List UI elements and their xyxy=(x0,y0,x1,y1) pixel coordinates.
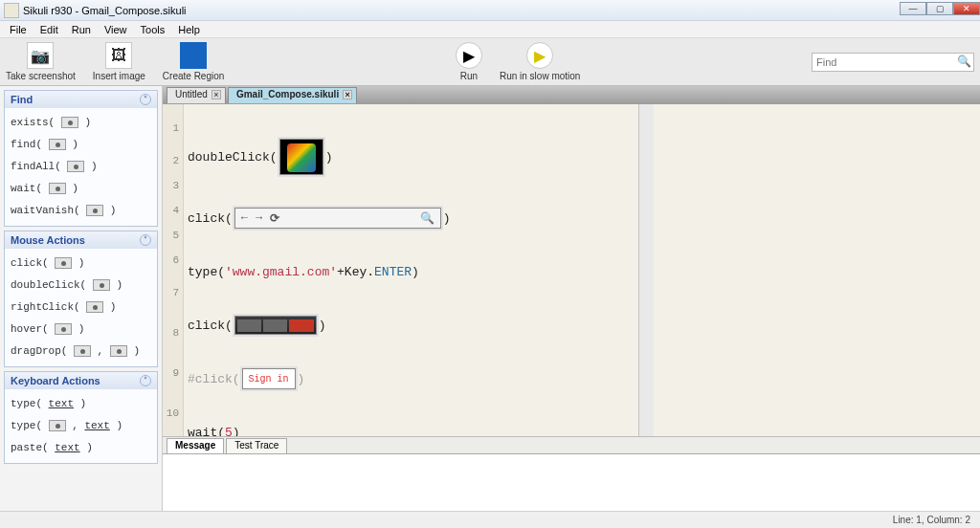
image-icon: 🖼 xyxy=(105,42,132,69)
fn-wait[interactable]: wait( ) xyxy=(11,178,151,200)
insert-image-button[interactable]: 🖼 Insert image xyxy=(93,42,145,81)
create-region-label: Create Region xyxy=(163,71,224,81)
camera-icon xyxy=(49,139,66,150)
menu-view[interactable]: View xyxy=(99,23,133,36)
fn-doubleclick[interactable]: doubleClick( ) xyxy=(11,275,151,297)
collapse-icon[interactable]: ˄ xyxy=(140,375,151,386)
panel-find: Find˄ exists( ) find( ) findAll( ) wait(… xyxy=(4,90,158,227)
code-editor[interactable]: 1 2 3 4 5 6 7 8 9 10 11 doubleClick() cl… xyxy=(163,103,980,436)
vertical-scrollbar[interactable] xyxy=(638,104,654,436)
menu-help[interactable]: Help xyxy=(172,23,206,36)
camera-icon: 📷 xyxy=(27,42,54,69)
take-screenshot-button[interactable]: 📷 Take screenshot xyxy=(6,42,76,81)
pattern-thumb[interactable] xyxy=(234,316,317,335)
panel-mouse-title: Mouse Actions xyxy=(11,234,85,246)
menu-edit[interactable]: Edit xyxy=(34,23,64,36)
play-icon: ▶ xyxy=(456,42,482,69)
panel-mouse: Mouse Actions˄ click( ) doubleClick( ) r… xyxy=(4,231,158,367)
statusbar: Line: 1, Column: 2 xyxy=(0,511,980,528)
run-button[interactable]: ▶ Run xyxy=(456,42,482,81)
collapse-icon[interactable]: ˄ xyxy=(140,94,151,105)
search-input[interactable] xyxy=(812,53,974,72)
fn-findall[interactable]: findAll( ) xyxy=(11,156,151,178)
close-icon[interactable]: × xyxy=(343,90,352,99)
fn-waitvanish[interactable]: waitVanish( ) xyxy=(11,200,151,222)
fn-type-img[interactable]: type( , text ) xyxy=(11,415,151,437)
sidebar: Find˄ exists( ) find( ) findAll( ) wait(… xyxy=(0,86,163,511)
run-slow-button[interactable]: ▶ Run in slow motion xyxy=(500,42,580,81)
tab-message[interactable]: Message xyxy=(167,438,224,453)
toolbar: 📷 Take screenshot 🖼 Insert image Create … xyxy=(0,38,980,86)
fn-find[interactable]: find( ) xyxy=(11,134,151,156)
pattern-thumb[interactable] xyxy=(279,139,323,175)
collapse-icon[interactable]: ˄ xyxy=(140,234,151,246)
tab-gmail-compose[interactable]: Gmail_Compose.sikuli× xyxy=(228,87,357,103)
menu-tools[interactable]: Tools xyxy=(135,23,171,36)
message-tabstrip: Message Test Trace xyxy=(163,436,980,453)
tab-test-trace[interactable]: Test Trace xyxy=(226,438,287,453)
pattern-thumb[interactable]: Sign in xyxy=(242,368,296,389)
window-titlebar: Sikuli r930 - Gmail_Compose.sikuli — ▢ ✕ xyxy=(0,0,980,21)
fn-click[interactable]: click( ) xyxy=(11,253,151,275)
camera-icon xyxy=(49,183,66,194)
minimize-button[interactable]: — xyxy=(900,2,926,15)
fn-type[interactable]: type( text ) xyxy=(11,393,151,415)
maximize-button[interactable]: ▢ xyxy=(926,2,953,15)
close-icon[interactable]: × xyxy=(212,90,221,99)
camera-icon xyxy=(61,117,78,128)
fn-paste[interactable]: paste( text ) xyxy=(11,437,151,459)
app-icon xyxy=(4,3,19,18)
menu-run[interactable]: Run xyxy=(66,23,97,36)
menu-file[interactable]: File xyxy=(4,23,33,36)
cursor-position: Line: 1, Column: 2 xyxy=(893,515,970,525)
tabstrip: Untitled× Gmail_Compose.sikuli× xyxy=(163,86,980,103)
insert-image-label: Insert image xyxy=(93,71,145,81)
run-label: Run xyxy=(460,71,478,81)
play-slow-icon: ▶ xyxy=(526,42,553,69)
menubar: File Edit Run View Tools Help xyxy=(0,21,980,38)
search-icon[interactable]: 🔍 xyxy=(957,55,971,68)
take-screenshot-label: Take screenshot xyxy=(6,71,76,81)
region-icon xyxy=(180,42,207,69)
fn-rightclick[interactable]: rightClick( ) xyxy=(11,297,151,319)
message-panel xyxy=(163,453,980,511)
close-button[interactable]: ✕ xyxy=(953,2,980,15)
fn-hover[interactable]: hover( ) xyxy=(11,319,151,341)
camera-icon xyxy=(67,161,84,172)
create-region-button[interactable]: Create Region xyxy=(163,42,224,81)
line-gutter: 1 2 3 4 5 6 7 8 9 10 11 xyxy=(163,104,184,436)
run-slow-label: Run in slow motion xyxy=(500,71,580,81)
camera-icon xyxy=(86,205,103,216)
window-title: Sikuli r930 - Gmail_Compose.sikuli xyxy=(23,5,187,16)
pattern-thumb[interactable]: ←→⟳🔍 xyxy=(234,208,441,229)
fn-dragdrop[interactable]: dragDrop( , ) xyxy=(11,341,151,363)
panel-keyboard-title: Keyboard Actions xyxy=(11,375,100,386)
tab-untitled[interactable]: Untitled× xyxy=(167,87,226,103)
panel-keyboard: Keyboard Actions˄ type( text ) type( , t… xyxy=(4,371,158,464)
panel-find-title: Find xyxy=(11,94,33,105)
fn-exists[interactable]: exists( ) xyxy=(11,112,151,134)
